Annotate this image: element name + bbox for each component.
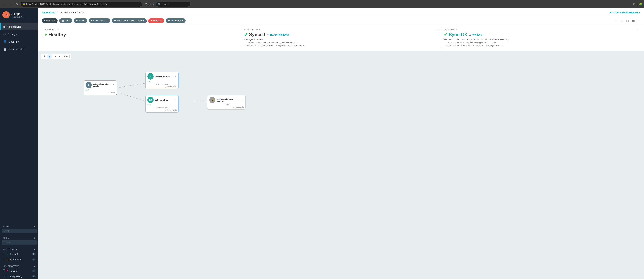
status-panels: APP HEALTH ℹ ♥ Healthy SYNC STATUS ℹ ⋯ ✔… [38, 25, 644, 51]
sidebar-progressing-item[interactable]: ↻ Progressing 0 [0, 273, 38, 279]
synced-checkbox[interactable] [3, 253, 5, 255]
network-view-button[interactable]: ⊠ [626, 18, 630, 23]
node-app-icon: ≡ [86, 82, 92, 88]
node-app-name: external-secrets-config [93, 83, 111, 87]
breadcrumb-applications-link[interactable]: Applications [42, 11, 55, 14]
argo-octopus-icon: 🐙 [4, 13, 8, 17]
tree-view-button[interactable]: ⊟ [614, 18, 618, 23]
browser-extensions: 🛡 ℹ 🧩 [633, 3, 642, 6]
name-section-chevron[interactable]: ▲ [34, 225, 36, 227]
last-sync-author-row: Author: Jonas Hecht <jonas.hecht@codecen… [444, 42, 638, 44]
node-toggle-button[interactable]: ⊟ [48, 54, 52, 59]
svg-line-0 [115, 83, 146, 88]
healthy-checkbox[interactable] [3, 269, 5, 272]
top-bar: Applications / external-secrets-config A… [38, 8, 644, 17]
sync-status-info-icon[interactable]: ℹ [259, 29, 260, 31]
healthy-status-icon: ♥ [6, 269, 8, 272]
sidebar-healthy-item[interactable]: ♥ Healthy 2 [0, 268, 38, 273]
sync-status-chevron[interactable]: ▲ [34, 248, 36, 250]
details-btn-label: DETAILS [46, 20, 55, 22]
node-auth-api-db-url[interactable]: ES auth-api-db-url ⋮ ♥ ✓ externalsecret … [146, 95, 178, 113]
sidebar-item-settings[interactable]: ⚙ Settings [0, 30, 38, 38]
app-layout: 🐙 argo v2.9.3+6eba5be ← ⊞ Applications ⚙… [0, 8, 644, 279]
last-sync-info-icon[interactable]: ℹ [456, 29, 457, 31]
sidebar-synced-item[interactable]: ✔ Synced 2 [0, 251, 38, 257]
healthy-label: Healthy [10, 269, 17, 272]
action-toolbar: ℹ DETAILS ⬜ DIFF ↻ SYNC ℹ SYNC STATUS ↺ … [38, 17, 644, 25]
node-app-more-icon[interactable]: ⋮ [112, 84, 115, 87]
sidebar-logo: 🐙 argo v2.9.3+6eba5be ← [0, 8, 38, 22]
outofsync-status-icon: ⚠ [6, 258, 9, 261]
node-external-secrets-config[interactable]: ≡ external-secrets-config ⋮ ♥ ✓ a minute [84, 80, 117, 95]
node-css-icon: CSS [147, 73, 154, 80]
es-icon-text: ES [149, 99, 152, 101]
node-es-more-icon[interactable]: ⋮ [174, 99, 177, 101]
name-filter-input[interactable] [2, 229, 36, 233]
last-sync-more-icon[interactable]: ⋯ [636, 29, 639, 32]
progressing-checkbox[interactable] [3, 275, 5, 277]
syncok-to-text: to [469, 33, 471, 36]
sync-status-more-icon[interactable]: ⋯ [437, 29, 440, 32]
node-app-check-icon: ✓ [87, 89, 89, 91]
grid-view-button[interactable]: ⊞ [620, 18, 624, 23]
browser-chrome: ← → ↻ 🔒 https://localhost:8080/applicati… [0, 0, 644, 8]
node-doppler-auth-api[interactable]: CSS doppler-auth-api ⋮ ♥ ✓ clustersecret… [146, 72, 178, 89]
outofsync-count: 0 [32, 258, 36, 261]
shield-icon: 🛡 [633, 3, 635, 6]
last-sync-author-label: Author: [444, 42, 454, 44]
zoom-in-button[interactable]: + [54, 54, 57, 59]
app-health-value: ♥ Healthy [44, 32, 238, 38]
sidebar-sync-status-section: SYNC STATUS ▲ [0, 247, 38, 251]
sync-head-link[interactable]: HEAD (94e4096) [270, 33, 289, 36]
back-button[interactable]: ← [2, 2, 7, 7]
sidebar-item-settings-label: Settings [8, 33, 17, 36]
history-btn-label: HISTORY AND ROLLBACK [117, 20, 144, 22]
sync-button[interactable]: ↻ SYNC [74, 19, 87, 23]
search-icon: 🔍 [158, 3, 160, 6]
last-sync-author-value: Jonas Hecht <jonas.hecht@codecentric.de>… [455, 42, 498, 44]
zoom-out-button[interactable]: − [58, 54, 62, 59]
node-es-time-badge: a few seconds [147, 109, 177, 111]
list-toggle-button[interactable]: ☰ [42, 54, 47, 59]
health-status-chevron[interactable]: ▲ [34, 265, 36, 267]
sidebar-item-user-info[interactable]: 👤 User Info [0, 38, 38, 45]
node-aws-secrets-from-doppler[interactable]: 🔒 aws-secrets-from-doppler ⋮ secret a fe… [207, 95, 246, 110]
forward-button[interactable]: → [8, 2, 13, 7]
diff-button[interactable]: ⬜ DIFF [59, 19, 72, 23]
sidebar-logo-text: argo v2.9.3+6eba5be [12, 12, 24, 18]
out-of-sync-checkbox[interactable] [3, 258, 5, 261]
table-view-button[interactable]: ☰ [631, 18, 636, 23]
details-button[interactable]: ℹ DETAILS [42, 19, 58, 23]
main-content: Applications / external-secrets-config A… [38, 8, 644, 279]
sidebar-item-applications[interactable]: ⊞ Applications [0, 23, 38, 30]
sync-meta: Auto sync is enabled. Author: Jonas Hech… [244, 38, 438, 47]
kinds-section-chevron[interactable]: ▲ [34, 237, 36, 239]
controls-divider [52, 55, 53, 58]
app-health-info-icon[interactable]: ℹ [58, 29, 59, 31]
browser-search[interactable]: 🔍 Search [156, 2, 190, 7]
syncok-commit-link[interactable]: 94e4096 [472, 33, 482, 36]
refresh-btn-label: REFRESH [171, 20, 181, 22]
history-rollback-button[interactable]: ↺ HISTORY AND ROLLBACK [112, 19, 147, 23]
node-secret-more-icon[interactable]: ⋮ [241, 99, 244, 101]
sync-author-label: Author: [244, 42, 255, 44]
sidebar-name-section: NAME ▲ [0, 224, 38, 228]
delete-button[interactable]: ✕ DELETE [148, 19, 164, 23]
star-icon[interactable]: ☆ [152, 3, 154, 6]
docs-icon: 📄 [3, 48, 7, 51]
sidebar-out-of-sync-item[interactable]: ⚠ OutOfSync 0 [0, 257, 38, 262]
progressing-count: 0 [32, 275, 36, 277]
refresh-button[interactable]: ↻ REFRESH ▾ [166, 19, 186, 23]
info-icon: ℹ [637, 3, 638, 6]
refresh-browser-button[interactable]: ↻ [15, 2, 19, 7]
sidebar-item-documentation[interactable]: 📄 Documentation [0, 45, 38, 53]
list-view-button[interactable]: ≡ [637, 18, 640, 23]
sidebar-back-button[interactable]: ← [33, 13, 36, 17]
view-switcher: ⊟ ⊞ ⊠ ☰ ≡ [614, 18, 640, 23]
sync-status-button[interactable]: ℹ SYNC STATUS [89, 19, 110, 23]
kinds-filter-input[interactable] [2, 240, 36, 245]
diff-btn-label: DIFF [65, 20, 70, 22]
url-bar[interactable]: 🔒 https://localhost:8080/applications/ar… [20, 2, 142, 7]
last-sync-comment-row: Comment: Crossplane Provider Config now … [444, 44, 638, 47]
node-css-more-icon[interactable]: ⋮ [174, 75, 177, 78]
